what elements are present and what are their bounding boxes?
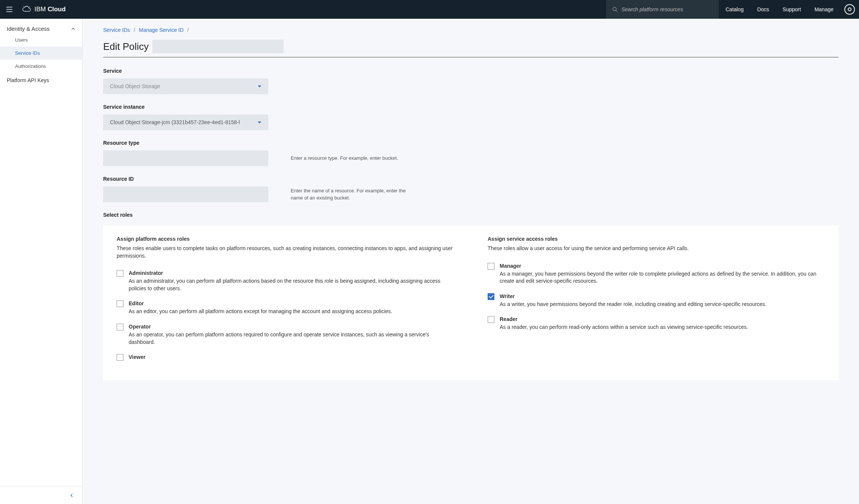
sidebar-section-label: Identity & Access: [7, 26, 50, 32]
role-desc: As a reader, you can perform read-only a…: [500, 324, 825, 331]
header-nav: Catalog Docs Support Manage: [719, 0, 840, 19]
role-name: Reader: [500, 316, 825, 322]
cloud-icon: [22, 4, 32, 14]
field-service: Service Cloud Object Storage: [103, 68, 838, 94]
sidebar-item-authorizations[interactable]: Authorizations: [0, 60, 82, 73]
checkbox-manager[interactable]: [488, 263, 494, 270]
role-name: Operator: [129, 324, 454, 330]
checkbox-operator[interactable]: [117, 324, 123, 330]
role-desc: As an administrator, you can perform all…: [129, 278, 454, 292]
nav-catalog[interactable]: Catalog: [719, 0, 750, 19]
avatar-button[interactable]: [840, 4, 859, 15]
avatar-icon: [844, 4, 855, 15]
resource-id-label: Resource ID: [103, 176, 838, 182]
service-select[interactable]: Cloud Object Storage: [103, 78, 268, 94]
platform-roles-title: Assign platform access roles: [117, 236, 454, 242]
chevron-down-icon: [258, 122, 261, 123]
sidebar-collapse-button[interactable]: [0, 486, 82, 504]
role-writer: Writer As a writer, you have permissions…: [488, 293, 825, 308]
role-name: Manager: [500, 263, 825, 269]
role-name: Viewer: [129, 354, 454, 360]
breadcrumb-separator: /: [134, 27, 135, 33]
role-name: Administrator: [129, 270, 454, 276]
service-roles-title: Assign service access roles: [488, 236, 825, 242]
service-value: Cloud Object Storage: [110, 83, 160, 89]
checkbox-administrator[interactable]: [117, 270, 123, 277]
sidebar-section-identity[interactable]: Identity & Access: [0, 19, 82, 33]
hamburger-icon: [6, 6, 13, 13]
nav-docs[interactable]: Docs: [750, 0, 776, 19]
field-resource-id: Resource ID Enter the name of a resource…: [103, 176, 838, 202]
search-icon: [612, 6, 618, 12]
service-instance-label: Service instance: [103, 104, 838, 110]
field-service-instance: Service instance Cloud Object Storage-jc…: [103, 104, 838, 130]
role-desc: As an editor, you can perform all platfo…: [129, 308, 454, 315]
resource-id-hint: Enter the name of a resource. For exampl…: [291, 187, 407, 202]
service-roles-desc: These roles allow a user access for usin…: [488, 245, 825, 252]
checkbox-reader[interactable]: [488, 316, 494, 323]
checkbox-viewer[interactable]: [117, 354, 123, 361]
role-desc: As a writer, you have permissions beyond…: [500, 301, 825, 308]
field-resource-type: Resource type Enter a resource type. For…: [103, 140, 838, 166]
policy-name-placeholder: [152, 40, 284, 53]
breadcrumb-manage-service-id[interactable]: Manage Service ID: [139, 27, 183, 33]
service-label: Service: [103, 68, 838, 74]
breadcrumb-separator: /: [187, 27, 189, 33]
sidebar-item-platform-api-keys[interactable]: Platform API Keys: [0, 73, 82, 88]
page-title: Edit Policy: [103, 41, 149, 52]
service-instance-select[interactable]: Cloud Object Storage-jcm (3321b457-23ee-…: [103, 114, 268, 130]
resource-id-input[interactable]: [103, 186, 268, 202]
nav-support[interactable]: Support: [776, 0, 808, 19]
role-operator: Operator As an operator, you can perform…: [117, 324, 454, 346]
role-desc: As an operator, you can perform platform…: [129, 331, 454, 346]
select-roles-label: Select roles: [103, 212, 838, 218]
sidebar-item-users[interactable]: Users: [0, 33, 82, 46]
role-name: Editor: [129, 300, 454, 306]
page-title-row: Edit Policy: [103, 40, 838, 57]
platform-roles-column: Assign platform access roles These roles…: [117, 236, 454, 370]
role-administrator: Administrator As an administrator, you c…: [117, 270, 454, 292]
role-desc: As a manager, you have permissions beyon…: [500, 270, 825, 285]
chevron-left-icon: [69, 493, 74, 498]
role-editor: Editor As an editor, you can perform all…: [117, 300, 454, 315]
role-reader: Reader As a reader, you can perform read…: [488, 316, 825, 331]
main-content: Service IDs / Manage Service ID / Edit P…: [83, 19, 859, 504]
breadcrumb: Service IDs / Manage Service ID /: [103, 27, 838, 33]
role-viewer: Viewer: [117, 354, 454, 362]
resource-type-label: Resource type: [103, 140, 838, 146]
nav-manage[interactable]: Manage: [808, 0, 840, 19]
sidebar: Identity & Access Users Service IDs Auth…: [0, 19, 83, 504]
roles-panel: Assign platform access roles These roles…: [103, 225, 838, 380]
service-instance-value: Cloud Object Storage-jcm (3321b457-23ee-…: [110, 119, 240, 125]
chevron-down-icon: [258, 86, 261, 87]
brand-logo[interactable]: IBM Cloud: [22, 4, 66, 14]
resource-type-input[interactable]: [103, 150, 268, 166]
platform-roles-desc: These roles enable users to complete tas…: [117, 245, 454, 260]
service-roles-column: Assign service access roles These roles …: [488, 236, 825, 370]
breadcrumb-service-ids[interactable]: Service IDs: [103, 27, 130, 33]
svg-point-0: [613, 8, 616, 11]
top-header: IBM Cloud Catalog Docs Support Manage: [0, 0, 859, 19]
search-box[interactable]: [606, 0, 719, 19]
role-name: Writer: [500, 293, 825, 299]
role-manager: Manager As a manager, you have permissio…: [488, 263, 825, 285]
brand-text: IBM Cloud: [35, 6, 66, 13]
menu-button[interactable]: [0, 0, 19, 19]
resource-type-hint: Enter a resource type. For example, ente…: [291, 154, 398, 162]
chevron-up-icon: [71, 27, 75, 31]
search-input[interactable]: [622, 6, 713, 12]
checkbox-editor[interactable]: [117, 300, 123, 307]
checkbox-writer[interactable]: [488, 293, 494, 300]
sidebar-item-service-ids[interactable]: Service IDs: [0, 46, 82, 60]
